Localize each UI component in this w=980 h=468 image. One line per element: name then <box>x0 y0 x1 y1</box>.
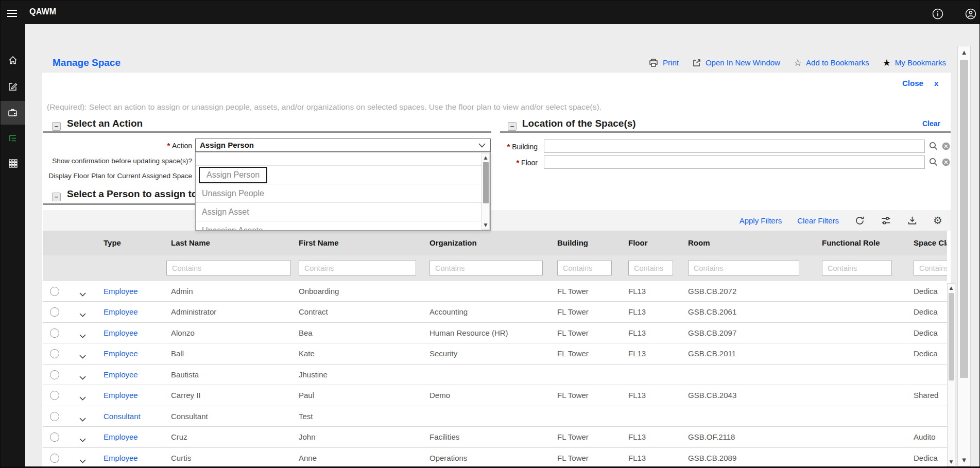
cell-type[interactable]: Employee <box>104 323 138 343</box>
settings-adjust-icon[interactable] <box>881 215 891 226</box>
my-bookmarks-label: My Bookmarks <box>895 58 946 67</box>
sidebar-item-home[interactable] <box>1 48 25 72</box>
briefcase-icon <box>7 107 19 118</box>
cell-type[interactable]: Employee <box>104 281 138 302</box>
collapse-person-section-button[interactable]: − <box>52 193 61 201</box>
sidebar-item-manage-space[interactable] <box>1 101 25 125</box>
floor-search-icon[interactable] <box>929 157 938 167</box>
cell-room: GSB.OF.2118 <box>688 427 735 447</box>
row-expand-chevron-icon[interactable] <box>79 310 86 319</box>
row-radio-button[interactable] <box>50 307 59 317</box>
row-expand-chevron-icon[interactable] <box>79 435 86 444</box>
close-button[interactable]: Close <box>902 79 923 88</box>
row-radio-button[interactable] <box>50 391 59 400</box>
dropdown-option[interactable]: Unassign People <box>196 184 490 203</box>
building-clear-icon[interactable] <box>942 142 950 150</box>
sidebar-item-edit[interactable] <box>1 75 25 98</box>
filter-input-floor[interactable] <box>628 260 673 276</box>
apply-filters-link[interactable]: Apply Filters <box>740 216 782 225</box>
page-scrollbar-thumb[interactable] <box>960 60 968 378</box>
clear-filters-link[interactable]: Clear Filters <box>797 216 839 225</box>
open-new-window-button[interactable]: Open In New Window <box>692 58 780 67</box>
collapse-location-section-button[interactable]: − <box>508 122 517 131</box>
row-expand-chevron-icon[interactable] <box>79 456 86 465</box>
row-radio-button[interactable] <box>50 454 59 463</box>
floor-clear-icon[interactable] <box>942 158 950 166</box>
dropdown-option[interactable]: Assign Asset <box>196 203 490 221</box>
sidebar-item-hierarchy[interactable] <box>1 127 25 150</box>
add-to-bookmarks-button[interactable]: ☆ Add to Bookmarks <box>794 57 869 68</box>
row-expand-chevron-icon[interactable] <box>79 393 86 403</box>
cell-building: FL Tower <box>557 343 589 364</box>
cell-org: Facilities <box>429 427 459 447</box>
cell-type[interactable]: Employee <box>104 448 138 468</box>
row-radio-button[interactable] <box>50 349 59 358</box>
hamburger-menu-icon[interactable] <box>7 8 17 19</box>
scroll-down-icon[interactable]: ▼ <box>958 457 970 463</box>
print-button[interactable]: Print <box>648 58 679 68</box>
column-header-first[interactable]: First Name <box>299 231 339 255</box>
collapse-action-section-button[interactable]: − <box>52 122 61 131</box>
table-scrollbar[interactable]: ▲ ▼ <box>947 283 955 466</box>
filter-input-room[interactable] <box>688 260 799 276</box>
cell-first: Bea <box>299 323 313 343</box>
row-expand-chevron-icon[interactable] <box>79 289 86 299</box>
row-radio-button[interactable] <box>50 412 59 421</box>
cell-type[interactable]: Consultant <box>104 406 141 427</box>
column-header-last[interactable]: Last Name <box>171 231 210 255</box>
table-scrollbar-thumb[interactable] <box>949 293 954 380</box>
column-header-org[interactable]: Organization <box>429 231 477 255</box>
building-search-icon[interactable] <box>929 141 938 151</box>
gear-icon[interactable]: ⚙ <box>933 214 942 227</box>
dropdown-option[interactable]: Unassign Assets <box>196 221 490 231</box>
row-expand-chevron-icon[interactable] <box>79 331 86 340</box>
column-header-room[interactable]: Room <box>688 231 710 255</box>
cell-type[interactable]: Employee <box>104 385 138 406</box>
dropdown-scrollbar-thumb[interactable] <box>483 162 489 203</box>
my-bookmarks-button[interactable]: ★ My Bookmarks <box>883 57 946 68</box>
column-header-floor[interactable]: Floor <box>628 231 648 255</box>
dropdown-scrollbar[interactable]: ▲ ▼ <box>482 153 490 230</box>
table-row: EmployeeAdministratorContractAccountingF… <box>43 302 947 322</box>
cell-type[interactable]: Employee <box>104 302 138 322</box>
column-header-func[interactable]: Functional Role <box>822 231 880 255</box>
cell-type[interactable]: Employee <box>104 365 138 385</box>
row-radio-button[interactable] <box>50 432 59 442</box>
row-expand-chevron-icon[interactable] <box>79 352 86 361</box>
filter-input-space[interactable] <box>914 260 947 276</box>
refresh-icon[interactable] <box>854 215 865 226</box>
location-clear-link[interactable]: Clear <box>922 119 940 128</box>
scroll-up-icon[interactable]: ▲ <box>958 49 970 55</box>
user-avatar-icon[interactable] <box>965 8 977 20</box>
cell-type[interactable]: Employee <box>104 343 138 364</box>
row-radio-button[interactable] <box>50 328 59 338</box>
info-icon[interactable] <box>932 8 944 20</box>
row-radio-button[interactable] <box>50 287 59 296</box>
column-header-space[interactable]: Space Cla <box>914 231 947 255</box>
page-scrollbar[interactable]: ▲ ▼ <box>957 46 971 466</box>
download-icon[interactable] <box>907 215 918 226</box>
open-new-window-label: Open In New Window <box>706 58 780 67</box>
scroll-down-icon[interactable]: ▼ <box>482 222 489 228</box>
filter-input-org[interactable] <box>429 260 543 276</box>
scroll-down-icon[interactable]: ▼ <box>948 459 955 464</box>
cell-type[interactable]: Employee <box>104 427 138 447</box>
sidebar-item-apps-grid[interactable] <box>1 151 25 175</box>
close-x-button[interactable]: x <box>934 79 938 88</box>
action-combobox[interactable]: Assign Person <box>195 138 491 152</box>
column-header-type[interactable]: Type <box>104 231 121 255</box>
floor-input[interactable] <box>544 155 925 169</box>
row-expand-chevron-icon[interactable] <box>79 414 86 424</box>
filter-input-first[interactable] <box>299 260 416 276</box>
column-header-building[interactable]: Building <box>557 231 588 255</box>
dropdown-option[interactable] <box>196 152 490 166</box>
scroll-up-icon[interactable]: ▲ <box>482 155 489 160</box>
scroll-up-icon[interactable]: ▲ <box>948 285 955 290</box>
filter-input-last[interactable] <box>166 260 291 276</box>
building-input[interactable] <box>544 140 925 153</box>
dropdown-option[interactable]: Assign Person <box>196 166 490 184</box>
row-expand-chevron-icon[interactable] <box>79 373 86 382</box>
filter-input-func[interactable] <box>822 260 892 276</box>
row-radio-button[interactable] <box>50 370 59 379</box>
filter-input-building[interactable] <box>557 260 612 276</box>
